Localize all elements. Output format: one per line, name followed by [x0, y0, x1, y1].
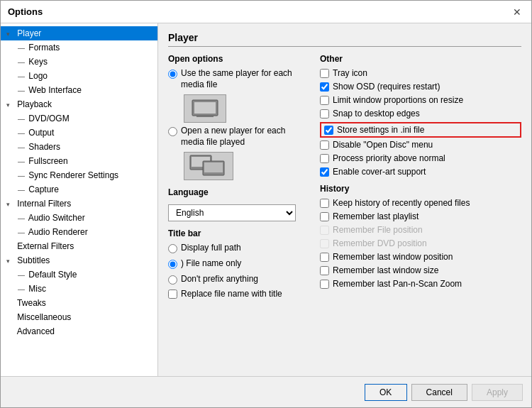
dash-icon: — [18, 129, 26, 137]
tray-icon-checkbox[interactable] [320, 69, 329, 78]
sidebar-item-audio-switcher[interactable]: — Audio Switcher [12, 211, 157, 225]
radio-file-name-only: ) File name only [168, 258, 310, 270]
sidebar-item-player[interactable]: ▾ Player [1, 26, 157, 40]
dash-icon: — [18, 214, 26, 222]
remember-pan-scan-label: Remember last Pan-n-Scan Zoom [333, 279, 462, 289]
sidebar-internal-filters-children: — Audio Switcher — Audio Renderer [1, 211, 157, 239]
language-select[interactable]: English French German Spanish [168, 204, 296, 221]
show-osd-check: Show OSD (requires restart) [320, 82, 521, 92]
remember-dvd-pos-checkbox [320, 239, 329, 248]
dialog-title: Options [8, 6, 43, 17]
process-priority-check: Process priority above normal [320, 153, 521, 163]
tray-icon-label: Tray icon [333, 68, 367, 78]
sidebar-item-web-interface[interactable]: — Web Interface [12, 83, 157, 97]
remember-pan-scan-checkbox[interactable] [320, 280, 329, 289]
sidebar-item-keys[interactable]: — Keys [12, 55, 157, 69]
dash-icon: — [18, 87, 26, 94]
process-priority-checkbox[interactable] [320, 154, 329, 163]
svg-rect-6 [204, 162, 223, 172]
sidebar-item-audio-renderer[interactable]: — Audio Renderer [12, 225, 157, 239]
radio-display-full-path-label: Display full path [181, 243, 241, 254]
sidebar-item-formats[interactable]: — Formats [12, 40, 157, 55]
radio-same-player-input[interactable] [168, 70, 177, 79]
remember-window-pos-label: Remember last window position [333, 252, 453, 262]
dash-icon: — [18, 228, 26, 236]
history-section: History Keep history of recently opened … [320, 184, 521, 289]
sidebar-item-playback[interactable]: ▾ Playback [1, 97, 157, 111]
radio-file-name-only-input[interactable] [168, 260, 177, 269]
remember-window-pos-checkbox[interactable] [320, 253, 329, 262]
remember-dvd-pos-check: Remember DVD position [320, 238, 521, 248]
sidebar-item-external-filters[interactable]: External Filters [1, 239, 157, 253]
enable-cover-art-checkbox[interactable] [320, 167, 329, 177]
sidebar-item-default-style[interactable]: — Default Style [12, 268, 157, 282]
sidebar-item-misc[interactable]: — Misc [12, 282, 157, 296]
sidebar-playback-children: — DVD/OGM — Output — Shaders — Fullscree… [1, 111, 157, 197]
expand-icon: ▾ [6, 31, 15, 38]
footer: OK Cancel Apply [1, 376, 531, 407]
sidebar-item-shaders[interactable]: — Shaders [12, 140, 157, 154]
remember-pan-scan-check: Remember last Pan-n-Scan Zoom [320, 279, 521, 289]
sidebar-item-tweaks[interactable]: Tweaks [1, 296, 157, 310]
sidebar-item-sync-renderer[interactable]: — Sync Renderer Settings [12, 168, 157, 182]
panel-title: Player [168, 32, 521, 47]
apply-button[interactable]: Apply [472, 384, 523, 401]
expand-icon: ▾ [6, 201, 15, 208]
limit-window-checkbox[interactable] [320, 96, 329, 105]
radio-display-full-path: Display full path [168, 243, 310, 254]
process-priority-label: Process priority above normal [333, 153, 445, 163]
remember-window-size-check: Remember last window size [320, 265, 521, 275]
close-button[interactable]: ✕ [510, 5, 524, 19]
store-ini-label: Store settings in .ini file [337, 125, 424, 135]
sidebar-item-fullscreen[interactable]: — Fullscreen [12, 154, 157, 168]
snap-desktop-checkbox[interactable] [320, 109, 329, 118]
player-icon-1 [184, 94, 226, 123]
open-options-label: Open options [168, 54, 310, 64]
remember-dvd-pos-label: Remember DVD position [333, 238, 427, 248]
sidebar-item-logo[interactable]: — Logo [12, 69, 157, 83]
sidebar-item-subtitles[interactable]: ▾ Subtitles [1, 253, 157, 268]
store-ini-checkbox[interactable] [324, 126, 333, 135]
sidebar-item-output[interactable]: — Output [12, 126, 157, 140]
remember-window-pos-check: Remember last window position [320, 252, 521, 262]
show-osd-label: Show OSD (requires restart) [333, 82, 440, 92]
keep-history-label: Keep history of recently opened files [333, 198, 470, 208]
radio-display-full-path-input[interactable] [168, 244, 177, 253]
replace-file-name-checkbox[interactable] [168, 290, 177, 299]
radio-same-player-label: Use the same player for each media file [181, 68, 310, 90]
right-column: Other Tray icon Show OSD (requires resta… [320, 54, 521, 302]
radio-new-player-label: Open a new player for each media file pl… [181, 126, 310, 148]
enable-cover-art-check: Enable cover-art support [320, 167, 521, 177]
sidebar-player-children: — Formats — Keys — Logo — Web Interface [1, 40, 157, 97]
left-column: Open options Use the same player for eac… [168, 54, 310, 302]
keep-history-check: Keep history of recently opened files [320, 198, 521, 208]
cancel-button[interactable]: Cancel [411, 384, 467, 401]
sidebar-item-advanced[interactable]: Advanced [1, 324, 157, 338]
svg-rect-1 [194, 102, 216, 114]
radio-file-name-only-label: ) File name only [181, 258, 241, 270]
disable-disc-label: Disable "Open Disc" menu [333, 140, 433, 150]
snap-desktop-label: Snap to desktop edges [333, 109, 420, 118]
remember-file-pos-checkbox [320, 226, 329, 235]
dash-icon: — [18, 115, 26, 123]
title-bar: Options ✕ [1, 1, 531, 23]
show-osd-checkbox[interactable] [320, 82, 329, 92]
sidebar-item-internal-filters[interactable]: ▾ Internal Filters [1, 197, 157, 211]
dash-icon: — [18, 172, 26, 180]
remember-window-size-checkbox[interactable] [320, 266, 329, 275]
remember-playlist-label: Remember last playlist [333, 211, 419, 221]
history-label: History [320, 184, 521, 194]
sidebar-item-miscellaneous[interactable]: Miscellaneous [1, 310, 157, 324]
keep-history-checkbox[interactable] [320, 199, 329, 208]
replace-file-name-label: Replace file name with title [181, 289, 282, 299]
radio-dont-prefix-input[interactable] [168, 275, 177, 285]
dash-icon: — [18, 186, 26, 194]
sidebar-item-capture[interactable]: — Capture [12, 182, 157, 197]
ok-button[interactable]: OK [365, 384, 407, 401]
sidebar-item-dvd-ogm[interactable]: — DVD/OGM [12, 111, 157, 126]
radio-new-player-input[interactable] [168, 127, 177, 136]
disable-disc-checkbox[interactable] [320, 140, 329, 150]
enable-cover-art-label: Enable cover-art support [333, 167, 426, 177]
remember-file-pos-check: Remember File position [320, 225, 521, 235]
remember-playlist-checkbox[interactable] [320, 212, 329, 221]
